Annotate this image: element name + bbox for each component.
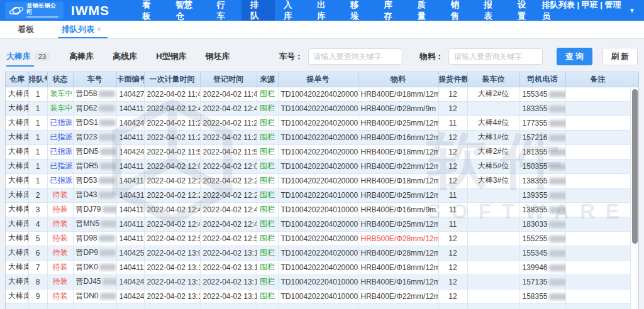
cell-lading-no: TD10042022040100005318	[278, 274, 358, 289]
cell-warehouse: 大棒库	[6, 260, 28, 274]
column-header: 提单号	[278, 72, 358, 87]
cell-status: 待装	[47, 260, 73, 274]
table-row[interactable]: 大棒库 1 装车中 晋D58 14042719 2022-04-02 11:43…	[6, 87, 630, 101]
cell-source: 围栏	[257, 274, 278, 289]
cell-source: 围栏	[257, 246, 278, 260]
cell-register-time: 2022-04-02 12:25	[200, 188, 257, 202]
cell-remark	[565, 188, 630, 202]
warehouse-tab-H型钢库[interactable]: H型钢库	[156, 51, 186, 62]
warehouse-tab-高棒库[interactable]: 高棒库	[69, 51, 94, 62]
warehouse-tab-大棒库[interactable]: 大棒库23	[6, 51, 50, 62]
table-row[interactable]: 大棒库 7 待装 晋DK0 14041119 2022-04-02 13:11 …	[6, 260, 630, 274]
cell-queue-no: 8	[28, 274, 47, 289]
cell-card-no: 14041119	[116, 231, 144, 246]
table-row[interactable]: 大棒库 1 装车中 晋D62 14041119 2022-04-02 12:46…	[6, 101, 630, 116]
tab-排队列表[interactable]: 排队列表×	[62, 21, 101, 38]
session-info[interactable]: 排队列表 | 甲班 | 管理员 ▼	[542, 0, 644, 21]
cell-warehouse: 大棒库	[6, 202, 28, 217]
cell-lading-no: TD10042022040200005319	[278, 217, 358, 231]
cell-remark	[565, 231, 630, 246]
globe-orbit-icon	[9, 4, 24, 17]
warehouse-tab-label: H型钢库	[156, 51, 186, 62]
redacted-blur	[549, 91, 565, 98]
redacted-blur	[103, 206, 116, 213]
nav-item-库存[interactable]: 库存	[375, 0, 408, 21]
warehouse-tab-高线库[interactable]: 高线库	[113, 51, 137, 62]
cell-weigh-time: 2022-04-02 11:53	[144, 144, 200, 159]
redacted-blur	[549, 149, 565, 156]
cell-material: HRB400E/Φ18mm/12m	[358, 144, 438, 159]
scrollbar-thumb[interactable]	[632, 89, 638, 244]
vertical-scrollbar[interactable]	[630, 72, 638, 309]
table-row[interactable]: 大棒库 9 待装 晋DN0 14042419 2022-04-02 13:18 …	[6, 289, 630, 303]
nav-item-出库[interactable]: 出库	[308, 0, 341, 21]
table-row[interactable]: 大棒库 2 待装 晋D43 14043119 2022-04-02 12:24 …	[6, 188, 630, 202]
table-row[interactable]: 大棒库 8 待装 晋DJ45 14042419 2022-04-02 13:15…	[6, 274, 630, 289]
cell-material: HRB400E/Φ25mm/12m	[358, 116, 438, 130]
nav-item-移垛[interactable]: 移垛	[341, 0, 375, 21]
nav-item-设置[interactable]: 设置	[509, 0, 542, 21]
cell-register-time: 2022-04-02 12:47	[200, 101, 257, 116]
redacted-blur	[99, 192, 115, 198]
warehouse-tab-钢坯库[interactable]: 钢坯库	[206, 51, 230, 62]
table-row[interactable]: 大棒库 1 已指派 晋D53 14041119 2022-04-02 12:21…	[6, 173, 630, 188]
cell-quantity: 12	[438, 246, 467, 260]
table-row[interactable]: 大棒库 1 已指派 晋D23 14041119 2022-04-02 11:28…	[6, 130, 630, 144]
close-icon[interactable]: ×	[97, 25, 101, 34]
cell-register-time: 2022-04-02 13:19	[200, 289, 257, 303]
redacted-blur	[549, 207, 565, 214]
cell-queue-no: 2	[28, 188, 47, 202]
cell-remark	[565, 159, 630, 173]
search-button[interactable]: 查 询	[557, 48, 592, 65]
queue-table: 仓库排队号状态车号卡面编号一次计量时间登记时间来源提单号物料提货件数装车位司机电…	[6, 72, 631, 309]
cell-warehouse: 大棒库	[6, 130, 28, 144]
cell-phone: 177355	[519, 116, 565, 130]
warehouse-tab-label: 大棒库	[6, 51, 31, 62]
nav-item-智慧仓[interactable]: 智慧仓	[167, 0, 208, 21]
nav-item-排队[interactable]: 排队	[242, 0, 275, 21]
table-row[interactable]: 大棒库 5 待装 晋D98 14041119 2022-04-02 12:50 …	[6, 231, 630, 246]
table-header: 仓库排队号状态车号卡面编号一次计量时间登记时间来源提单号物料提货件数装车位司机电…	[6, 72, 630, 87]
nav-item-质量[interactable]: 质量	[408, 0, 441, 21]
redacted-blur	[100, 163, 116, 170]
cell-status: 已指派	[47, 130, 73, 144]
nav-item-销售[interactable]: 销售	[441, 0, 475, 21]
cell-card-no: 14042419	[116, 274, 144, 289]
cell-dock	[467, 260, 519, 274]
brand-area: 首钢长钢公司 IWMS	[0, 0, 109, 21]
table-row[interactable]: 大棒库 6 待装 晋DP9 14042519 2022-04-02 13:09 …	[6, 246, 630, 260]
cell-status: 装车中	[47, 101, 73, 116]
cell-card-no: 14041119	[116, 159, 144, 173]
table-row[interactable]: 大棒库 3 待装 晋DJ79 14041119 2022-04-02 12:41…	[6, 202, 630, 217]
table-row[interactable]: 大棒库 1 已指派 晋DR5 14041119 2022-04-02 12:02…	[6, 159, 630, 173]
tab-看板[interactable]: 看板	[18, 21, 34, 38]
cell-card-no: 14042419	[116, 144, 144, 159]
table-row[interactable]: 大棒库 1 已指派 晋DN5 14042419 2022-04-02 11:53…	[6, 144, 630, 159]
column-header: 备注	[565, 72, 630, 87]
cell-weigh-time: 2022-04-02 12:21	[144, 173, 200, 188]
table-row[interactable]: 大棒库 1 已指派 晋DS1 14042419 2022-04-02 11:26…	[6, 116, 630, 130]
company-name: 首钢长钢公司	[26, 3, 58, 18]
cell-register-time: 2022-04-02 13:12	[200, 260, 257, 274]
company-logo: 首钢长钢公司	[5, 2, 64, 19]
cell-card-no: 14041119	[116, 260, 144, 274]
nav-item-行车[interactable]: 行车	[208, 0, 242, 21]
material-filter-input[interactable]	[448, 48, 543, 65]
vehicle-filter-input[interactable]	[308, 48, 402, 65]
cell-material: HRB400E/Φ28mm/12m	[358, 246, 438, 260]
cell-quantity: 12	[438, 159, 467, 173]
cell-warehouse: 大棒库	[6, 87, 28, 101]
cell-vehicle: 晋DP9	[73, 246, 116, 260]
nav-item-看板[interactable]: 看板	[133, 0, 167, 21]
nav-item-入库[interactable]: 入库	[275, 0, 308, 21]
nav-item-报表[interactable]: 报表	[475, 0, 509, 21]
refresh-button[interactable]: 刷 新	[602, 48, 638, 65]
table-row[interactable]: 大棒库 4 待装 晋MN5 14041119 2022-04-02 12:49 …	[6, 217, 630, 231]
cell-source: 围栏	[257, 231, 278, 246]
cell-phone: 157216	[519, 130, 565, 144]
cell-card-no: 14043119	[116, 188, 144, 202]
cell-register-time: 2022-04-02 12:41	[200, 202, 257, 217]
cell-status: 已指派	[47, 173, 73, 188]
redacted-blur	[99, 177, 115, 184]
redacted-blur	[100, 293, 116, 300]
